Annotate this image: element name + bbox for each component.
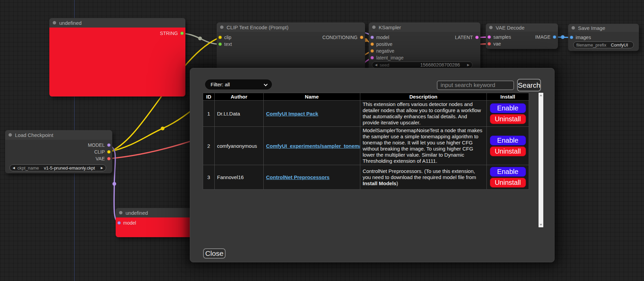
text-input-dot[interactable] (218, 42, 222, 46)
vae-input-dot[interactable] (488, 42, 491, 46)
cell-description: This extension offers various detector n… (360, 101, 487, 127)
table-row: 1 Dr.Lt.Data ComfyUI Impact Pack This ex… (203, 101, 529, 127)
input-slot-model[interactable]: model (117, 220, 136, 226)
node-title: Load Checkpoint (15, 132, 53, 138)
positive-input-dot[interactable] (370, 42, 374, 46)
ckpt-prev-arrow[interactable]: ◀ (13, 166, 15, 170)
cell-description: ModelSamplerTonemapNoiseTest a node that… (360, 127, 487, 165)
node-load-checkpoint[interactable]: Load Checkpoint MODEL CLIP VAE ◀ ckpt_na… (5, 130, 112, 173)
uninstall-button-row1[interactable]: Uninstall (490, 114, 526, 124)
vae-output-dot[interactable] (107, 157, 111, 160)
model-input-dot[interactable] (370, 36, 374, 39)
output-slot-conditioning[interactable]: CONDITIONING (323, 35, 363, 40)
filename-prefix-widget[interactable]: filename_prefix ComfyUI (573, 41, 634, 48)
input-slot-positive[interactable]: positive (370, 41, 392, 47)
output-slot-vae[interactable]: VAE (96, 156, 111, 161)
conditioning-output-dot[interactable] (360, 36, 363, 39)
cell-author: Dr.Lt.Data (215, 101, 264, 127)
node-graph-canvas[interactable]: undefined STRING CLIP Text Encode (Promp… (0, 0, 644, 281)
enable-button-row1[interactable]: Enable (490, 103, 526, 113)
wire-string-to-text (182, 33, 220, 44)
search-input[interactable] (437, 81, 514, 90)
cell-author: comfyanonymous (215, 127, 264, 165)
filter-select[interactable]: Filter: all (205, 80, 272, 89)
output-slot-model[interactable]: MODEL (88, 142, 111, 148)
node-title: undefined (59, 20, 82, 26)
cell-description: ControlNet Preprocessors. (To use this e… (360, 165, 487, 190)
collapse-dot[interactable] (119, 211, 122, 214)
extension-link[interactable]: ControlNet Preprocessors (266, 174, 330, 180)
image-output-dot[interactable] (553, 35, 556, 39)
node-title: CLIP Text Encode (Prompt) (227, 24, 288, 30)
input-slot-negative[interactable]: negative (370, 48, 394, 54)
wire-dot-clip (161, 127, 165, 130)
input-slot-text[interactable]: text (218, 41, 232, 47)
collapse-dot[interactable] (372, 25, 376, 29)
seed-increment-arrow[interactable]: ▶ (467, 63, 469, 67)
node-vae-decode[interactable]: VAE Decode samples IMAGE vae (486, 23, 558, 49)
table-row: 2 comfyanonymous ComfyUI_experiments/sam… (203, 127, 529, 165)
uninstall-button-row3[interactable]: Uninstall (490, 178, 526, 188)
node-title: Save Image (578, 25, 605, 31)
enable-button-row2[interactable]: Enable (490, 136, 526, 145)
extension-link[interactable]: ComfyUI Impact Pack (266, 111, 318, 117)
input-slot-vae[interactable]: vae (488, 41, 501, 47)
node-title: KSampler (379, 24, 401, 30)
seed-widget[interactable]: ◀ seed 156680208700286 ▶ (372, 62, 473, 68)
output-slot-image[interactable]: IMAGE (535, 34, 556, 40)
node-clip-text-encode[interactable]: CLIP Text Encode (Prompt) clip CONDITION… (217, 22, 365, 73)
node-title: VAE Decode (496, 25, 525, 31)
extension-link[interactable]: ComfyUI_experiments/sampler_tonemap (266, 143, 360, 149)
latent-image-input-dot[interactable] (370, 56, 374, 59)
collapse-dot[interactable] (9, 133, 12, 137)
scroll-up-icon[interactable] (540, 94, 542, 96)
node-ksampler[interactable]: KSampler model LATENT positive negative (369, 22, 480, 73)
string-output-dot[interactable] (180, 32, 184, 35)
input-slot-clip[interactable]: clip (218, 35, 231, 40)
table-row: 3 Fannovel16 ControlNet Preprocessors Co… (203, 165, 529, 190)
ckpt-next-arrow[interactable]: ▶ (101, 166, 103, 170)
latent-output-dot[interactable] (475, 36, 479, 39)
cell-id: 3 (203, 165, 215, 190)
wire-dot-image (561, 35, 565, 39)
header-description: Description (360, 93, 487, 101)
close-button[interactable]: Close (203, 248, 226, 259)
search-button[interactable]: Search (517, 79, 541, 91)
clip-output-dot[interactable] (107, 150, 111, 154)
scroll-down-icon[interactable] (540, 224, 542, 226)
header-name: Name (264, 93, 360, 101)
model-input-dot[interactable] (117, 221, 121, 225)
extension-manager-dialog: Filter: all Search ID Author Name Descri… (190, 68, 555, 262)
filter-select-wrap: Filter: all (205, 80, 272, 89)
ckpt-name-widget[interactable]: ◀ ckpt_name v1-5-pruned-emaonly.ckpt ▶ (10, 164, 106, 171)
node-save-image[interactable]: Save Image images filename_prefix ComfyU… (568, 24, 639, 51)
node-undefined-top[interactable]: undefined STRING (49, 18, 185, 96)
input-slot-model[interactable]: model (370, 35, 389, 40)
table-scrollbar[interactable] (539, 93, 543, 227)
cell-author: Fannovel16 (215, 165, 264, 190)
output-slot-string[interactable]: STRING (160, 31, 184, 36)
wire-dot-model (113, 182, 116, 186)
uninstall-button-row2[interactable]: Uninstall (490, 146, 526, 156)
clip-input-dot[interactable] (218, 36, 222, 39)
model-output-dot[interactable] (107, 143, 111, 147)
output-slot-clip[interactable]: CLIP (94, 149, 111, 155)
input-slot-samples[interactable]: samples (488, 34, 511, 40)
output-slot-latent[interactable]: LATENT (455, 35, 479, 40)
header-id: ID (203, 93, 215, 101)
images-input-dot[interactable] (570, 36, 573, 39)
collapse-dot[interactable] (489, 26, 493, 29)
collapse-dot[interactable] (572, 26, 575, 30)
input-slot-latent-image[interactable]: latent_image (370, 55, 403, 60)
input-slot-images[interactable]: images (570, 35, 591, 40)
node-undefined-bottom[interactable]: undefined model (116, 208, 196, 237)
negative-input-dot[interactable] (370, 49, 374, 53)
collapse-dot[interactable] (220, 25, 224, 29)
seed-decrement-arrow[interactable]: ◀ (375, 63, 377, 67)
enable-button-row3[interactable]: Enable (490, 167, 526, 177)
wire-dot-string (198, 37, 202, 40)
table-header-row: ID Author Name Description Install (203, 93, 529, 101)
node-title: undefined (126, 210, 148, 216)
collapse-dot[interactable] (53, 21, 56, 24)
samples-input-dot[interactable] (488, 35, 491, 39)
